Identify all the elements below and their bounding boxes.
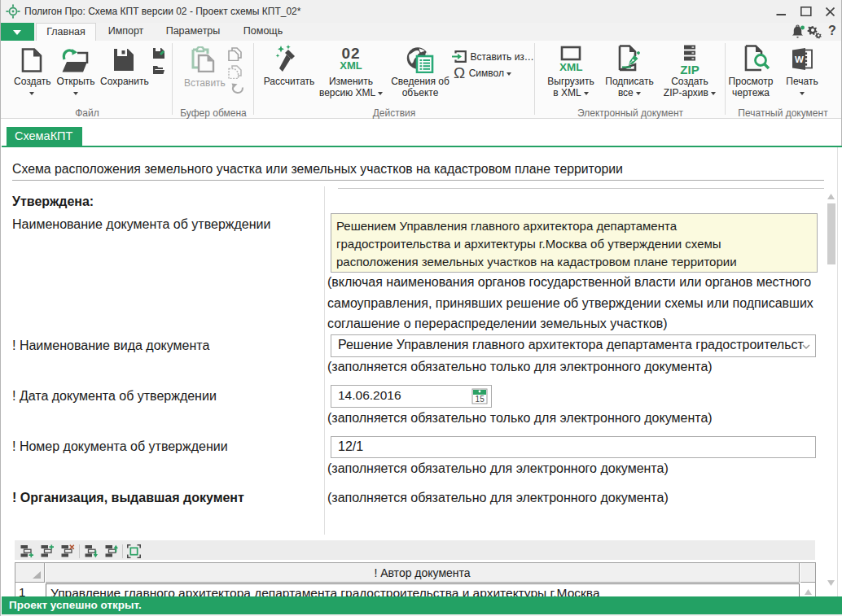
svg-text:W: W (795, 55, 804, 64)
svg-text:15: 15 (476, 395, 485, 404)
svg-text:XML: XML (559, 61, 583, 72)
